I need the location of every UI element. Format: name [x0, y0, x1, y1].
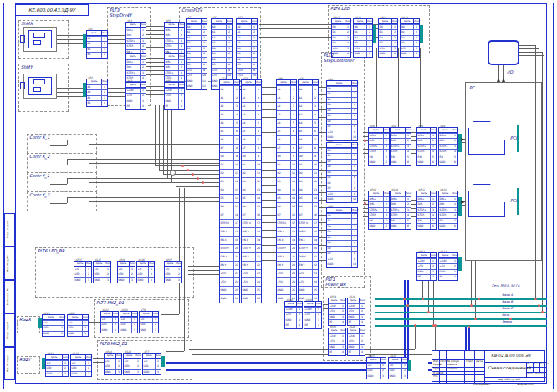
pin-number: 4 [430, 213, 436, 218]
wire [319, 215, 326, 216]
pin-name: LED [68, 326, 82, 331]
pin-row: +5V9 [187, 68, 207, 74]
pin-row: +5V24 [299, 277, 318, 286]
pin-row: DIR+1 [391, 196, 411, 202]
pin-number: 4 [340, 350, 345, 355]
pin-name: DIR Y [242, 253, 255, 261]
pin-row: EN5 [439, 218, 457, 224]
wire [262, 215, 276, 216]
connector-ref: ХР12 [418, 250, 425, 253]
pin-row: D211 [277, 169, 296, 177]
bus-wire [407, 280, 409, 362]
pin-name: DIR+ [126, 60, 140, 65]
pin-name: A0 [277, 86, 290, 94]
wire [192, 354, 435, 355]
pin-name: D1 [277, 161, 290, 169]
block-label-plt2b: StepController [324, 59, 354, 64]
arrow-pci-1 [461, 138, 465, 141]
pin-name: D0 [187, 47, 201, 52]
pin-name: +24V [329, 304, 340, 309]
pin-number: 20 [290, 245, 296, 252]
wire [159, 105, 160, 170]
stamp-mass-label: Масса [534, 363, 540, 365]
pin-number: 24 [233, 278, 239, 286]
pin-number: 2 [359, 339, 365, 344]
pin-row: PE4 [285, 323, 302, 328]
pin-row: DIR-2 [369, 138, 389, 144]
pin-table-header-net: Цепь [137, 262, 148, 266]
connector-ref: ХS25 [390, 354, 396, 358]
pin-name: GND [126, 99, 140, 104]
wire [262, 230, 276, 231]
pin-row: LED2 [43, 325, 64, 331]
pin-row: A45 [277, 119, 296, 127]
pin-table-header-net: Цепь [367, 358, 380, 362]
pin-number: 1 [391, 25, 397, 30]
pin-row: +U1 [68, 320, 88, 326]
pin-row: A78 [299, 144, 318, 152]
pin-row: LED2 [140, 322, 158, 328]
pin-number: 20 [233, 245, 239, 252]
pin-name: STEP+ [417, 145, 430, 150]
pin-name: A0 [237, 25, 251, 30]
pin-name: D5 [327, 176, 351, 181]
pin-number: 5 [452, 155, 457, 160]
wire [319, 94, 326, 95]
connector-ref: ХТ3 [238, 16, 243, 19]
wire [519, 55, 544, 56]
pin-name: +U [43, 321, 59, 326]
pin-number: 1 [359, 304, 365, 309]
pin-name: GND [348, 315, 359, 320]
pin-name: GND [242, 295, 255, 303]
pin-row: GND6 [417, 160, 436, 165]
pin-name: DIR Y [220, 253, 233, 261]
pin-number: 5 [413, 47, 419, 52]
pin-number: 11 [233, 170, 239, 177]
wire [319, 132, 326, 133]
pin-row: A67 [277, 135, 296, 144]
pin-table-header-net: Цепь [332, 19, 345, 23]
pin-table-ХР24: ХР24ЦепьКонт+U1LED2GND3 [104, 353, 122, 375]
pin-name: D7 [299, 211, 312, 219]
pin-table-header-pin: Конт [452, 128, 457, 132]
pin-row: +24V1 [348, 303, 365, 309]
pin-number: 6 [233, 128, 239, 135]
pin-number: 7 [233, 136, 239, 144]
connector-ref: ХР5 [166, 79, 171, 83]
connector-cap [420, 25, 423, 44]
pin-number: 3 [62, 372, 68, 377]
pin-row: GND6 [439, 223, 457, 229]
pin-number: 3 [351, 225, 357, 230]
pin-table-header-net: Цепь [389, 358, 401, 362]
pin-table-header-pin: Конт [112, 312, 118, 316]
pin-number: 24 [312, 278, 318, 286]
footer-copy: Копировал [473, 383, 490, 386]
pin-table-ХР25: ХР25ЦепьКонт+U1LED2GND3 [366, 357, 386, 379]
pin-number: 2 [140, 65, 146, 70]
pin-name: D2 [354, 36, 366, 41]
pin-name: +5V [220, 278, 233, 286]
pin-table-header-net: Цепь [140, 312, 152, 316]
pin-table-header-pin: Конт [359, 328, 365, 333]
pin-table-header-pin: Конт [405, 128, 411, 132]
pin-number: 6 [201, 52, 207, 57]
pin-number: 3 [380, 374, 386, 379]
pin-number: 1 [452, 134, 457, 139]
pin-number: 6 [351, 176, 357, 181]
wire [319, 87, 326, 88]
wire [262, 162, 276, 163]
pin-row: STEP+3 [417, 144, 436, 150]
pin-row: +24V1 [329, 303, 345, 309]
wire [319, 200, 326, 201]
wire [57, 48, 86, 48]
pin-name: DIR+ [126, 28, 140, 33]
pin-name: GND [143, 370, 155, 375]
pin-row: PE4 [165, 104, 184, 109]
pin-number: 1 [201, 25, 207, 30]
pin-row: GND3 [348, 344, 365, 350]
connector-ref: ХS11 [440, 188, 447, 191]
pin-number: 2 [201, 30, 207, 35]
contr-symbol [67, 159, 89, 160]
pin-row: GND3 [126, 99, 146, 104]
pin-name: STEP Y [242, 245, 255, 252]
